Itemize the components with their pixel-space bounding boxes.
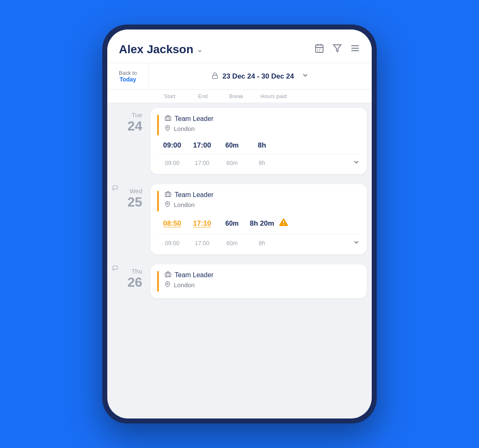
today-button[interactable]: Today [116, 76, 140, 83]
expand-chevron-tue[interactable] [353, 158, 360, 167]
sched-hours-tue: 8h [247, 160, 277, 166]
location-icon-thu [165, 281, 170, 288]
sched-break-tue: 60m [217, 160, 247, 166]
sched-row-tue: 09:00 17:00 60m 8h [157, 158, 360, 167]
svg-rect-13 [212, 75, 217, 78]
sched-start-tue: 09:00 [157, 160, 187, 166]
start-time-tue: 09:00 [157, 141, 187, 150]
shift-card-wed[interactable]: Team Leader London [151, 184, 367, 254]
briefcase-icon-tue [165, 115, 171, 123]
orange-bar-thu [157, 271, 159, 292]
day-name-wed: Wed [129, 187, 142, 194]
day-row-thu: Thu 26 [107, 259, 372, 303]
sched-end-tue: 17:00 [187, 160, 217, 166]
day-label-thu: Thu 26 [112, 264, 146, 289]
svg-rect-14 [165, 117, 170, 121]
svg-rect-16 [165, 193, 170, 197]
orange-bar-tue [157, 115, 159, 135]
role-name-tue: Team Leader [175, 115, 213, 123]
hours-wed: 8h 20m [247, 219, 277, 228]
shift-location-tue: London [165, 125, 360, 132]
shift-role-wed: Team Leader [165, 191, 360, 199]
user-name[interactable]: Alex Jackson [119, 43, 193, 56]
shift-info-thu: Team Leader London [157, 271, 360, 292]
shift-role-tue: Team Leader [165, 115, 360, 123]
sched-start-wed: 09:00 [157, 240, 187, 246]
shift-info-tue: Team Leader London [157, 115, 360, 135]
column-headers: Start End Break Hours paid [107, 90, 372, 103]
briefcase-icon-wed [165, 191, 171, 199]
break-time-wed: 60m [217, 220, 247, 227]
scheduled-times-tue: 09:00 17:00 60m 8h [157, 160, 277, 166]
day-row-tue: Tue 24 [107, 103, 372, 179]
end-time-wed: 17:10 [187, 219, 217, 228]
header-icons [314, 43, 360, 56]
back-label: Back to [116, 70, 140, 76]
day-number-wed: 25 [127, 195, 142, 209]
break-time-tue: 60m [217, 142, 247, 149]
role-name-thu: Team Leader [175, 271, 213, 279]
col-hours: Hours paid [253, 93, 294, 99]
time-row-wed: 08:50 17:10 60m 8h 20m [157, 217, 360, 230]
svg-point-21 [167, 283, 168, 285]
shift-details-wed: Team Leader London [165, 191, 360, 212]
shift-details-tue: Team Leader London [165, 115, 360, 135]
calendar-icon[interactable] [314, 43, 324, 56]
day-number-tue: 24 [127, 119, 142, 133]
location-icon-tue [165, 125, 170, 132]
filter-icon[interactable] [333, 44, 342, 55]
role-name-wed: Team Leader [175, 191, 213, 199]
comment-icon-wed [112, 185, 118, 192]
svg-point-15 [167, 127, 168, 128]
menu-icon[interactable] [350, 43, 360, 56]
scheduled-times-wed: 09:00 17:00 60m 8h [157, 240, 277, 246]
shift-location-wed: London [165, 201, 360, 208]
warning-icon-wed [279, 217, 289, 230]
divider-wed [157, 234, 360, 234]
divider-tue [157, 154, 360, 154]
back-to-today[interactable]: Back to Today [107, 63, 149, 89]
col-start: Start [153, 93, 186, 99]
scroll-area: Tue 24 [107, 103, 372, 418]
day-name-tue: Tue [132, 111, 142, 118]
phone-screen: Alex Jackson ⌄ [107, 30, 372, 418]
day-number-thu: 26 [127, 276, 142, 289]
orange-bar-wed [157, 191, 159, 212]
shift-location-thu: London [165, 281, 360, 288]
week-chevron-icon[interactable] [301, 71, 309, 81]
col-end: End [186, 93, 220, 99]
shift-details-thu: Team Leader London [165, 271, 360, 292]
location-name-thu: London [174, 281, 195, 288]
comment-icon-thu [112, 265, 118, 272]
location-name-tue: London [174, 125, 195, 132]
shift-role-thu: Team Leader [165, 271, 360, 279]
shift-card-thu[interactable]: Team Leader London [151, 264, 367, 298]
svg-marker-9 [333, 45, 341, 52]
day-label-tue: Tue 24 [112, 108, 146, 133]
sched-end-wed: 17:00 [187, 240, 217, 246]
svg-rect-20 [165, 273, 170, 277]
phone-frame: Alex Jackson ⌄ [102, 25, 377, 423]
col-break: Break [220, 93, 253, 99]
shift-info-wed: Team Leader London [157, 191, 360, 212]
week-range[interactable]: 23 Dec 24 - 30 Dec 24 [149, 65, 372, 88]
location-icon-wed [165, 201, 170, 208]
location-name-wed: London [174, 201, 195, 208]
sched-row-wed: 09:00 17:00 60m 8h [157, 239, 360, 248]
end-time-tue: 17:00 [187, 141, 217, 150]
shift-card-tue[interactable]: Team Leader London [151, 108, 367, 174]
expand-chevron-wed[interactable] [353, 239, 360, 248]
week-range-label: 23 Dec 24 - 30 Dec 24 [222, 72, 294, 81]
week-nav: Back to Today 23 Dec 24 - 30 Dec 24 [107, 63, 372, 90]
hours-tue: 8h [247, 141, 277, 150]
sched-hours-wed: 8h [247, 240, 277, 246]
lock-icon [212, 72, 218, 81]
day-name-thu: Thu [131, 268, 142, 275]
name-chevron-icon[interactable]: ⌄ [197, 45, 203, 54]
sched-break-wed: 60m [217, 240, 247, 246]
header: Alex Jackson ⌄ [107, 30, 372, 63]
time-row-tue: 09:00 17:00 60m 8h [157, 141, 360, 150]
day-row-wed: Wed 25 [107, 179, 372, 259]
briefcase-icon-thu [165, 271, 171, 279]
svg-point-17 [167, 203, 168, 204]
